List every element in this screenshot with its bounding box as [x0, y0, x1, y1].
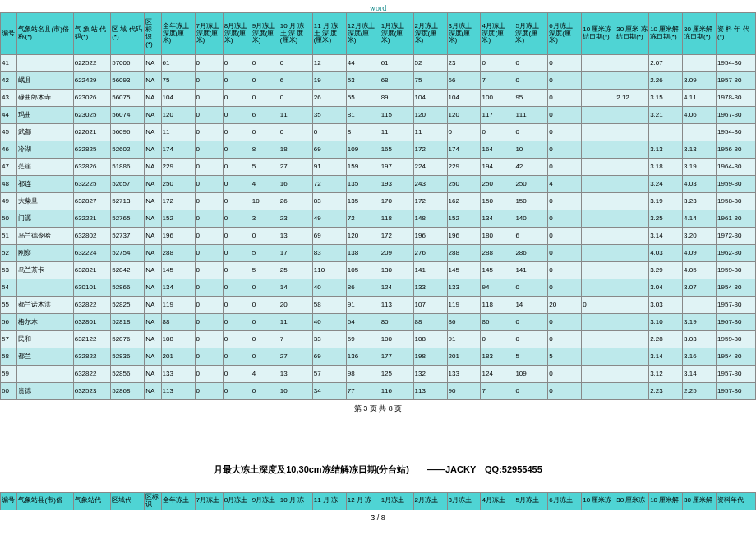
cell: 632827	[73, 193, 110, 210]
table-row: 47茫崖63282651886NA22900527911591972242291…	[1, 159, 756, 176]
cell: 632822	[73, 366, 110, 383]
cell: 0	[195, 176, 223, 193]
cell: 0	[195, 72, 223, 90]
cell: 66	[447, 72, 481, 90]
cell: 108	[161, 331, 195, 348]
cell: 61	[380, 55, 413, 72]
cell: 632225	[73, 176, 110, 193]
cell: 0	[223, 297, 251, 314]
cell: 0	[447, 124, 481, 141]
cell: 3.13	[649, 141, 683, 159]
cell: 35	[312, 107, 346, 124]
cell: 172	[161, 193, 195, 210]
cell	[582, 107, 615, 124]
cell: 145	[161, 262, 195, 279]
cell: 1972-80	[717, 228, 756, 245]
cell: 3.13	[683, 141, 717, 159]
cell: 52657	[111, 176, 145, 193]
cell: 1962-80	[717, 245, 756, 262]
cell: 8	[346, 124, 380, 141]
col-header-2: 5月冻土	[514, 493, 548, 510]
cell: NA	[145, 141, 161, 159]
cell: 0	[195, 331, 223, 348]
cell: 288	[447, 245, 481, 262]
cell: 0	[195, 297, 223, 314]
cell: 107	[413, 297, 447, 314]
col-header: 5月冻土 深度(厘 米)	[514, 13, 548, 55]
cell	[683, 124, 717, 141]
cell: 125	[380, 366, 413, 383]
cell: 1967-80	[717, 314, 756, 331]
cell: 630101	[73, 279, 110, 297]
cell: 69	[346, 331, 380, 348]
cell: 0	[223, 107, 251, 124]
cell: 124	[481, 366, 514, 383]
col-header-2: 8月冻土	[223, 493, 251, 510]
cell: 89	[380, 90, 413, 107]
cell: 0	[251, 297, 279, 314]
cell: 13	[279, 228, 312, 245]
col-header-2: 全年冻土	[161, 493, 195, 510]
cell: 14	[514, 297, 548, 314]
cell: 0	[195, 210, 223, 228]
cell	[582, 228, 615, 245]
cell: 0	[223, 245, 251, 262]
table-row: 49大柴旦63282752713NA1720010268313517017216…	[1, 193, 756, 210]
cell	[582, 176, 615, 193]
cell: 0	[548, 383, 582, 400]
cell: NA	[145, 366, 161, 383]
cell: 0	[548, 245, 582, 262]
col-header: 区 标 识 (*)	[145, 13, 161, 55]
cell: 0	[548, 262, 582, 279]
cell: 83	[312, 245, 346, 262]
cell: 44	[346, 55, 380, 72]
cell: 42	[1, 72, 17, 90]
cell: 49	[1, 193, 17, 210]
cell: 148	[413, 210, 447, 228]
cell	[615, 348, 649, 366]
cell: 茫崖	[17, 159, 73, 176]
cell: 286	[514, 245, 548, 262]
cell: 0	[548, 210, 582, 228]
cell: 3.04	[649, 279, 683, 297]
cell: 58	[312, 297, 346, 314]
col-header-2: 6月冻土	[548, 493, 582, 510]
col-header-2: 编号	[1, 493, 17, 510]
cell: 140	[514, 210, 548, 228]
cell: 40	[312, 314, 346, 331]
cell: 113	[413, 383, 447, 400]
cell: 224	[413, 159, 447, 176]
cell: 27	[279, 348, 312, 366]
cell: 0	[195, 107, 223, 124]
cell: 门源	[17, 210, 73, 228]
col-header-2: 2月冻土	[413, 493, 447, 510]
cell: 4.03	[683, 176, 717, 193]
cell: 132	[413, 366, 447, 383]
cell: 1957-80	[717, 366, 756, 383]
cell: 91	[346, 297, 380, 314]
cell: 祁连	[17, 176, 73, 193]
cell: 乌兰德令哈	[17, 228, 73, 245]
table-row: 48祁连63222552657NA25000416721351932432502…	[1, 176, 756, 193]
cell: 0	[223, 193, 251, 210]
col-header: 30 厘米解 冻日期(*)	[683, 13, 717, 55]
cell: 1954-80	[717, 348, 756, 366]
cell: 95	[514, 90, 548, 107]
cell: 201	[447, 348, 481, 366]
cell: 250	[447, 176, 481, 193]
cell: 120	[413, 107, 447, 124]
cell: 11	[161, 124, 195, 141]
cell: 4.03	[649, 245, 683, 262]
cell: 23	[447, 55, 481, 72]
cell	[582, 159, 615, 176]
cell: 4.05	[683, 262, 717, 279]
cell: 105	[346, 262, 380, 279]
cell: 111	[514, 107, 548, 124]
cell: 159	[346, 159, 380, 176]
cell: 0	[195, 90, 223, 107]
cell: 52754	[111, 245, 145, 262]
cell	[582, 193, 615, 210]
cell	[17, 366, 73, 383]
cell: 288	[161, 245, 195, 262]
cell: 6	[279, 72, 312, 90]
